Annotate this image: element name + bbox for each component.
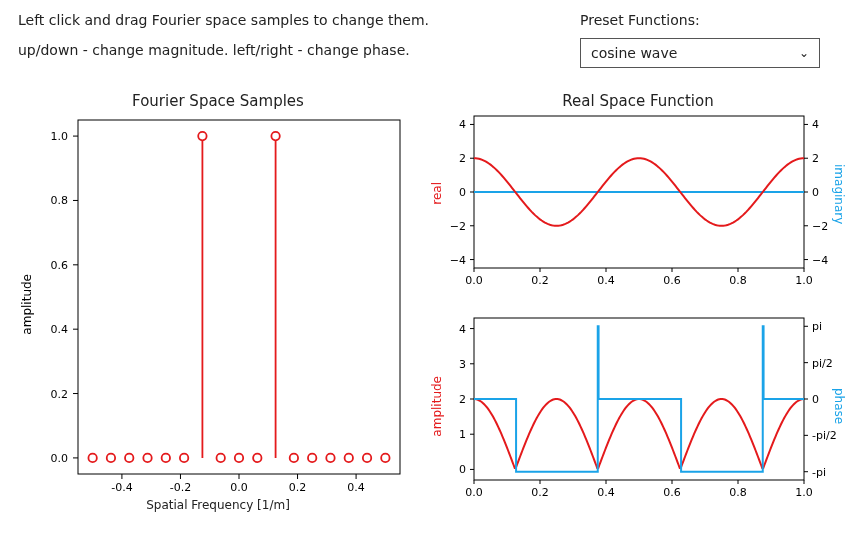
svg-text:1.0: 1.0 xyxy=(795,486,813,499)
svg-point-52 xyxy=(345,454,353,462)
svg-point-46 xyxy=(290,454,298,462)
svg-point-30 xyxy=(143,454,151,462)
svg-rect-0 xyxy=(78,120,400,474)
svg-text:0: 0 xyxy=(812,186,819,199)
svg-text:0.2: 0.2 xyxy=(531,486,549,499)
svg-text:0.8: 0.8 xyxy=(729,486,747,499)
svg-point-34 xyxy=(180,454,188,462)
real-ylabel: real xyxy=(430,182,444,205)
svg-point-24 xyxy=(88,454,96,462)
svg-text:−4: −4 xyxy=(450,254,466,267)
svg-text:2: 2 xyxy=(812,152,819,165)
svg-text:0.6: 0.6 xyxy=(51,259,69,272)
svg-text:−4: −4 xyxy=(812,254,828,267)
svg-point-50 xyxy=(326,454,334,462)
svg-text:-pi: -pi xyxy=(812,466,826,479)
instruction-line-2: up/down - change magnitude. left/right -… xyxy=(18,42,540,58)
svg-point-44 xyxy=(271,132,279,140)
svg-text:pi: pi xyxy=(812,320,822,333)
fourier-xlabel: Spatial Frequency [1/m] xyxy=(18,498,418,512)
amp-phase-plot: 0.00.20.40.60.81.001234-pi-pi/20pi/2pi xyxy=(428,304,848,504)
real-space-plot: 0.00.20.40.60.81.0−4−2024−4−2024 xyxy=(428,92,848,292)
svg-text:0.0: 0.0 xyxy=(465,274,483,287)
svg-point-26 xyxy=(107,454,115,462)
svg-text:0: 0 xyxy=(459,463,466,476)
svg-text:0.0: 0.0 xyxy=(465,486,483,499)
fourier-title: Fourier Space Samples xyxy=(18,92,418,110)
svg-text:0.6: 0.6 xyxy=(663,274,681,287)
svg-text:0: 0 xyxy=(459,186,466,199)
svg-text:0.6: 0.6 xyxy=(663,486,681,499)
svg-text:1: 1 xyxy=(459,428,466,441)
svg-text:0.2: 0.2 xyxy=(51,388,69,401)
svg-point-56 xyxy=(381,454,389,462)
svg-point-54 xyxy=(363,454,371,462)
svg-point-40 xyxy=(235,454,243,462)
svg-text:0: 0 xyxy=(812,393,819,406)
svg-text:1.0: 1.0 xyxy=(795,274,813,287)
preset-selected-value: cosine wave xyxy=(591,45,677,61)
svg-text:pi/2: pi/2 xyxy=(812,357,833,370)
svg-text:0.0: 0.0 xyxy=(51,452,69,465)
svg-text:0.4: 0.4 xyxy=(51,323,69,336)
svg-text:0.4: 0.4 xyxy=(347,481,365,494)
instruction-line-1: Left click and drag Fourier space sample… xyxy=(18,12,540,28)
svg-point-48 xyxy=(308,454,316,462)
svg-text:4: 4 xyxy=(812,118,819,131)
chevron-down-icon: ⌄ xyxy=(799,46,809,60)
svg-point-38 xyxy=(217,454,225,462)
preset-select[interactable]: cosine wave ⌄ xyxy=(580,38,820,68)
svg-point-32 xyxy=(162,454,170,462)
svg-text:4: 4 xyxy=(459,323,466,336)
svg-text:0.2: 0.2 xyxy=(289,481,307,494)
preset-label: Preset Functions: xyxy=(580,12,840,28)
real-space-title: Real Space Function xyxy=(428,92,848,110)
imag-ylabel: imaginary xyxy=(832,164,846,224)
svg-text:0.4: 0.4 xyxy=(597,274,615,287)
svg-text:0.8: 0.8 xyxy=(51,194,69,207)
svg-point-28 xyxy=(125,454,133,462)
svg-text:0.2: 0.2 xyxy=(531,274,549,287)
svg-text:2: 2 xyxy=(459,393,466,406)
svg-text:2: 2 xyxy=(459,152,466,165)
svg-text:-pi/2: -pi/2 xyxy=(812,429,837,442)
svg-text:4: 4 xyxy=(459,118,466,131)
svg-text:−2: −2 xyxy=(450,220,466,233)
svg-text:0.4: 0.4 xyxy=(597,486,615,499)
svg-text:1.0: 1.0 xyxy=(51,130,69,143)
fourier-plot[interactable]: -0.4-0.20.00.20.40.00.20.40.60.81.0 xyxy=(18,92,418,512)
svg-text:−2: −2 xyxy=(812,220,828,233)
svg-point-42 xyxy=(253,454,261,462)
svg-text:0.0: 0.0 xyxy=(230,481,248,494)
phase-ylabel: phase xyxy=(832,388,846,424)
amp-ylabel: amplitude xyxy=(430,376,444,437)
svg-text:0.8: 0.8 xyxy=(729,274,747,287)
svg-text:-0.2: -0.2 xyxy=(170,481,191,494)
svg-point-36 xyxy=(198,132,206,140)
fourier-ylabel: amplitude xyxy=(20,274,34,335)
svg-text:3: 3 xyxy=(459,358,466,371)
svg-text:-0.4: -0.4 xyxy=(111,481,132,494)
